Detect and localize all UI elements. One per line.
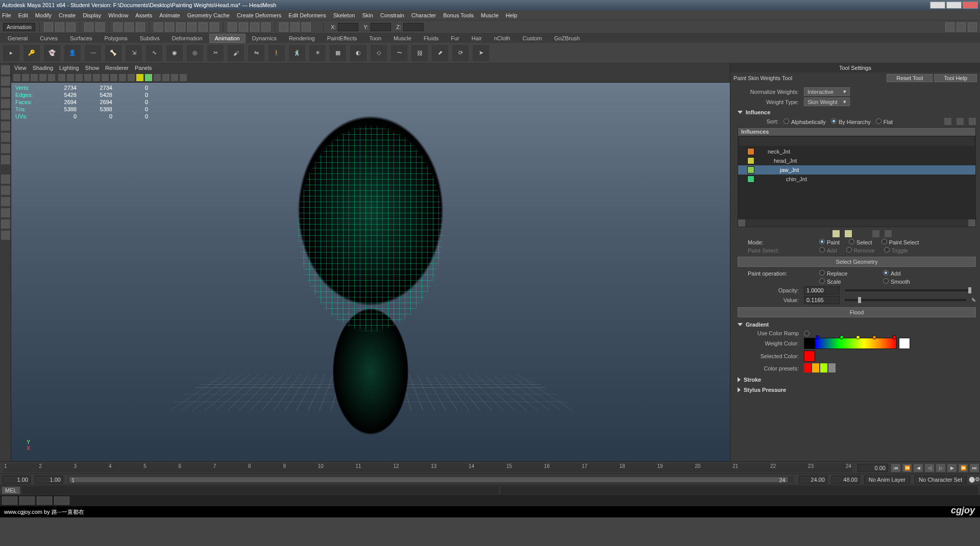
- tool-help-button[interactable]: Tool Help: [934, 74, 977, 82]
- influence-scroll-right[interactable]: [968, 219, 975, 227]
- stroke-section-header[interactable]: Stroke: [738, 376, 976, 384]
- normalize-weights-dropdown[interactable]: Interactive: [804, 87, 850, 96]
- three-top-icon[interactable]: [1, 219, 10, 229]
- menu-muscle[interactable]: Muscle: [481, 12, 499, 18]
- vp-resolution-gate-icon[interactable]: [58, 74, 65, 81]
- shelf-tab-deformation[interactable]: Deformation: [166, 34, 208, 43]
- scale-tool-icon[interactable]: [1, 110, 10, 119]
- mode-radio[interactable]: [881, 239, 887, 244]
- snap-plane-icon[interactable]: [187, 22, 197, 32]
- manip-tool-icon[interactable]: [1, 121, 10, 131]
- menu-window[interactable]: Window: [108, 12, 128, 18]
- taskbar-item[interactable]: [19, 497, 35, 505]
- ghost-icon[interactable]: 👻: [44, 45, 60, 61]
- unpin-influence-icon[interactable]: [885, 230, 892, 237]
- color-preset-swatch[interactable]: [820, 363, 827, 373]
- lattice-icon[interactable]: ▦: [330, 45, 346, 61]
- mode-radio[interactable]: [849, 239, 854, 244]
- auto-key-button[interactable]: ⬤: [969, 476, 975, 483]
- menu-create-deformers[interactable]: Create Deformers: [237, 12, 281, 18]
- shelf-tab-dynamics[interactable]: Dynamics: [247, 34, 282, 43]
- influence-row[interactable]: jaw_Jnt: [738, 165, 975, 175]
- paint-op-radio[interactable]: [819, 270, 825, 276]
- snap-grid-icon[interactable]: [154, 22, 163, 32]
- output-icon[interactable]: [250, 22, 259, 32]
- viewport-menu-show[interactable]: Show: [85, 65, 100, 71]
- vp-shaded-icon[interactable]: [93, 74, 100, 81]
- menu-help[interactable]: Help: [506, 12, 518, 18]
- ik-spline-icon[interactable]: ∿: [146, 45, 162, 61]
- weight-type-dropdown[interactable]: Skin Weight: [804, 97, 850, 106]
- unlock-influence-icon[interactable]: [845, 230, 852, 237]
- viewport-3d[interactable]: Verts:273427340Edges:542854280Faces:2694…: [11, 83, 730, 461]
- orient-constraint-icon[interactable]: ⟳: [452, 45, 469, 61]
- rigid-bind-icon[interactable]: ◎: [187, 45, 203, 61]
- paint-op-radio[interactable]: [819, 278, 825, 284]
- menu-geometry-cache[interactable]: Geometry Cache: [187, 12, 230, 18]
- step-back-key-button[interactable]: ⏪: [902, 464, 912, 472]
- vp-xray-joints-icon[interactable]: [171, 74, 178, 81]
- value-slider[interactable]: [845, 299, 966, 301]
- shelf-tab-rendering[interactable]: Rendering: [283, 34, 321, 43]
- shelf-tab-general[interactable]: General: [2, 34, 33, 43]
- persp-outliner-icon[interactable]: [1, 231, 10, 240]
- stylus-section-header[interactable]: Stylus Pressure: [738, 386, 976, 394]
- menu-skeleton[interactable]: Skeleton: [333, 12, 355, 18]
- range-track[interactable]: 124: [68, 476, 794, 483]
- input-icon[interactable]: [239, 22, 248, 32]
- mirror-weights-icon[interactable]: ⇋: [248, 45, 264, 61]
- wire-icon[interactable]: 〜: [391, 45, 407, 61]
- weight-color-gradient[interactable]: [815, 338, 897, 349]
- anim-start-field[interactable]: 1.00: [35, 476, 63, 484]
- constraint-icon[interactable]: ⛓: [411, 45, 428, 61]
- vp-select-cam-icon[interactable]: [13, 74, 20, 81]
- current-time-field[interactable]: 0.00: [857, 464, 888, 472]
- show-manip-icon[interactable]: [1, 144, 10, 153]
- menu-create[interactable]: Create: [59, 12, 76, 18]
- snap-point-icon[interactable]: [176, 22, 185, 32]
- paint-op-radio[interactable]: [883, 278, 889, 284]
- play-forward-button[interactable]: ▷: [936, 464, 945, 472]
- snap-curve-icon[interactable]: [165, 22, 174, 32]
- character-set-dropdown[interactable]: No Character Set: [914, 476, 967, 484]
- coord-z-field[interactable]: [403, 23, 424, 31]
- playback-end-field[interactable]: 48.00: [831, 476, 860, 484]
- shelf-toggle-icon[interactable]: ▸: [3, 45, 19, 61]
- maximize-button[interactable]: [946, 2, 962, 9]
- prefs-button[interactable]: ⚙: [975, 476, 980, 483]
- four-pane-icon[interactable]: [1, 186, 10, 195]
- save-scene-icon[interactable]: [66, 22, 76, 32]
- coord-y-field[interactable]: [371, 23, 391, 31]
- shelf-tab-surfaces[interactable]: Surfaces: [64, 34, 97, 43]
- taskbar-item[interactable]: [2, 497, 17, 505]
- play-backward-button[interactable]: ◁: [925, 464, 934, 472]
- mode-selector[interactable]: Animation: [3, 23, 35, 31]
- shelf-tab-hair[interactable]: Hair: [466, 34, 487, 43]
- playback-start-field[interactable]: 1.00: [2, 476, 31, 484]
- taskbar-item[interactable]: [54, 497, 69, 505]
- parent-constraint-icon[interactable]: ⬈: [432, 45, 448, 61]
- go-to-start-button[interactable]: ⏮: [891, 464, 900, 472]
- anim-end-field[interactable]: 24.00: [799, 476, 827, 484]
- motion-trail-icon[interactable]: 〰: [85, 45, 101, 61]
- value-input[interactable]: [804, 296, 840, 304]
- vp-shadows-icon[interactable]: [119, 74, 126, 81]
- select-icon[interactable]: [113, 22, 122, 32]
- undo-icon[interactable]: [84, 22, 93, 32]
- step-forward-key-button[interactable]: ⏩: [959, 464, 968, 472]
- weight-color-black-swatch[interactable]: [804, 338, 815, 349]
- influence-list-icon-c[interactable]: [969, 118, 976, 125]
- cluster-icon[interactable]: ✳: [309, 45, 326, 61]
- smooth-bind-icon[interactable]: ◉: [166, 45, 183, 61]
- viewport-menu-lighting[interactable]: Lighting: [59, 65, 79, 71]
- vp-safe-title-icon[interactable]: [76, 74, 83, 81]
- shelf-tab-polygons[interactable]: Polygons: [99, 34, 133, 43]
- influence-scroll-left[interactable]: [738, 219, 745, 227]
- render-settings-icon[interactable]: [302, 22, 311, 32]
- blend-shape-icon[interactable]: ◐: [350, 45, 366, 61]
- snap-view-icon[interactable]: [199, 22, 208, 32]
- step-back-frame-button[interactable]: ◀: [914, 464, 923, 472]
- paint-weights-icon[interactable]: 🖌: [228, 45, 244, 61]
- sort-radio[interactable]: [783, 118, 789, 124]
- eyedropper-icon[interactable]: ✎: [971, 297, 976, 304]
